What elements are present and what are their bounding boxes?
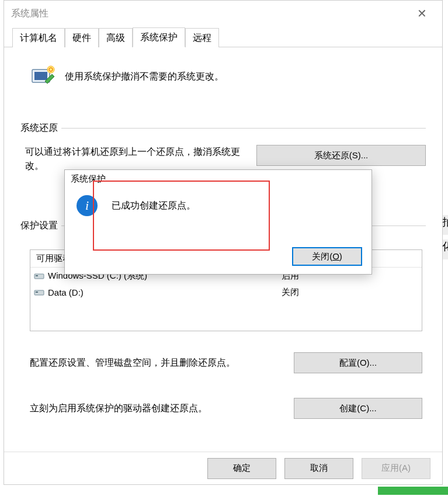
popup-title: 系统保护 <box>65 170 371 185</box>
create-description: 立刻为启用系统保护的驱动器创建还原点。 <box>30 401 294 415</box>
section-title-restore: 系统还原 <box>20 122 61 134</box>
restore-description: 可以通过将计算机还原到上一个还原点，撤消系统更改。 <box>25 145 245 173</box>
background-text-fragment: 化 <box>442 240 448 259</box>
window-title: 系统属性 <box>11 8 48 20</box>
intro-text: 使用系统保护撤消不需要的系统更改。 <box>65 71 224 83</box>
svg-point-2 <box>47 66 54 73</box>
system-restore-icon <box>30 64 55 89</box>
ok-button[interactable]: 确定 <box>207 458 276 479</box>
system-restore-button[interactable]: 系统还原(S)... <box>256 145 426 166</box>
table-row[interactable]: Data (D:) 关闭 <box>30 284 422 300</box>
configure-button[interactable]: 配置(O)... <box>294 352 422 373</box>
apply-button[interactable]: 应用(A) <box>362 458 430 479</box>
drive-icon <box>34 288 44 296</box>
popup-system-protection: 系统保护 i 已成功创建还原点。 关闭(O) <box>64 169 372 275</box>
section-header-restore: 系统还原 <box>20 122 426 134</box>
drive-name: Data (D:) <box>48 287 84 297</box>
tab-hardware[interactable]: 硬件 <box>65 28 99 47</box>
tab-bar: 计算机名 硬件 高级 系统保护 远程 <box>4 26 442 47</box>
intro-row: 使用系统保护撤消不需要的系统更改。 <box>20 59 426 101</box>
configure-description: 配置还原设置、管理磁盘空间，并且删除还原点。 <box>30 356 294 370</box>
popup-body: i 已成功创建还原点。 <box>65 185 371 221</box>
section-body-restore: 可以通过将计算机还原到上一个还原点，撤消系统更改。 系统还原(S)... <box>20 134 426 173</box>
info-icon: i <box>77 195 98 216</box>
drive-status: 关闭 <box>276 287 422 298</box>
popup-message: 已成功创建还原点。 <box>112 200 196 212</box>
background-text-fragment: 拍 <box>442 215 448 235</box>
popup-close-label: 关闭(O) <box>312 251 342 262</box>
svg-rect-6 <box>36 292 38 293</box>
divider <box>61 128 426 129</box>
tab-computer-name[interactable]: 计算机名 <box>12 28 65 47</box>
dialog-footer: 确定 取消 应用(A) <box>4 452 442 484</box>
bottom-actions: 配置还原设置、管理磁盘空间，并且删除还原点。 配置(O)... 立刻为启用系统保… <box>30 352 422 419</box>
background-green-strip <box>378 487 448 495</box>
svg-rect-1 <box>34 72 47 80</box>
close-icon[interactable]: ✕ <box>408 5 435 22</box>
tab-advanced[interactable]: 高级 <box>99 28 133 47</box>
tab-system-protection[interactable]: 系统保护 <box>133 27 185 47</box>
popup-footer: 关闭(O) <box>292 247 362 266</box>
section-title-settings: 保护设置 <box>20 220 61 232</box>
svg-rect-4 <box>36 275 38 276</box>
create-button[interactable]: 创建(C)... <box>294 398 422 419</box>
tab-remote[interactable]: 远程 <box>185 28 219 47</box>
cancel-button[interactable]: 取消 <box>284 458 353 479</box>
titlebar: 系统属性 ✕ <box>4 1 442 26</box>
drive-icon <box>34 272 44 280</box>
popup-close-button[interactable]: 关闭(O) <box>292 247 362 266</box>
